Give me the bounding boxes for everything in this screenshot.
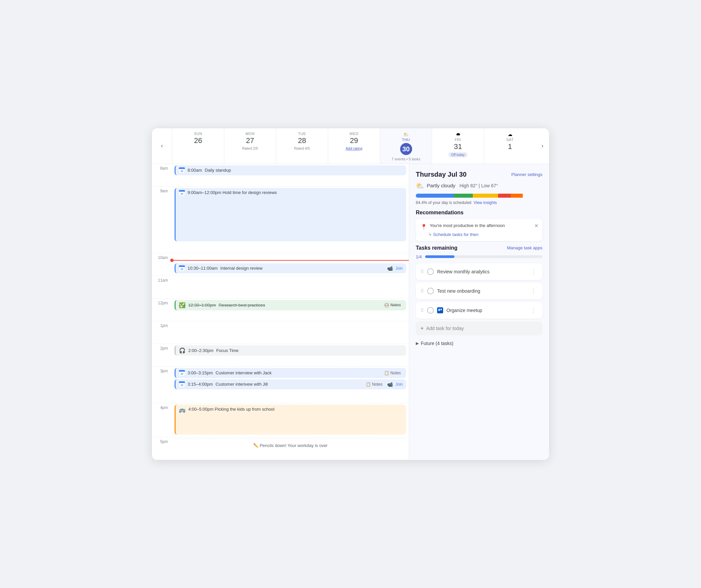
svg-rect-6 (179, 191, 185, 192)
svg-text:30: 30 (181, 268, 183, 270)
current-time-line (172, 260, 409, 261)
jill-notes-button[interactable]: 📋 Notes (364, 381, 385, 387)
idr-join-button[interactable]: Join (396, 266, 403, 271)
notes-icon-jill: 📋 (366, 382, 371, 387)
calendar-pane: 8am 30 8:00am Daily standup (152, 164, 409, 460)
future-tasks-label: Future (4 tasks) (421, 341, 453, 346)
day-number-sat: 1 (508, 143, 512, 150)
jack-notes-label: Notes (391, 371, 401, 375)
view-insights-link[interactable]: View insights (473, 200, 497, 205)
event-rbp-title: Research best practices (219, 303, 265, 308)
event-research-best-practices[interactable]: ✅ 12:30–1:00pm Research best practices 📋… (175, 300, 406, 310)
event-jill-actions: 📋 Notes 📹 Join (364, 381, 403, 387)
gcal-icon-design-reviews: 30 (179, 190, 185, 196)
add-task-row[interactable]: + Add task for today (416, 321, 542, 335)
task-checkbox-1[interactable] (427, 268, 434, 275)
prev-week-button[interactable]: ‹ (152, 128, 172, 164)
task-test-onboarding[interactable]: ⠿ Test new onboarding ⋮ (416, 283, 542, 299)
event-daily-standup[interactable]: 30 8:00am Daily standup (175, 165, 406, 175)
next-week-button[interactable]: › (536, 128, 549, 164)
weather-temp: High 82° | Low 67° (459, 183, 498, 188)
drag-handle-2[interactable]: ⠿ (421, 288, 424, 294)
planner-settings-link[interactable]: Planner settings (511, 172, 542, 177)
pencil-icon: ✏️ (253, 443, 259, 448)
add-task-plus-icon: + (421, 325, 424, 331)
drag-handle-3[interactable]: ⠿ (421, 308, 424, 313)
svg-text:30: 30 (181, 373, 183, 375)
day-tue[interactable]: TUE 28 Rated 4/5 (276, 128, 328, 164)
task-organize-meetup[interactable]: ⠿ Organize meetup ⋮ (416, 302, 542, 319)
event-jack-time: 3:00–3:15pm (188, 370, 213, 375)
day-number-thu: 30 (400, 143, 412, 155)
day-meta-thu: 7 events • 5 tasks (392, 157, 420, 161)
jack-notes-button[interactable]: 📋 Notes (382, 370, 403, 376)
event-internal-design-review[interactable]: 30 10:30–11:00am Internal design review … (175, 263, 406, 273)
time-row-4pm: 4pm 🚌 4:00–5:00pm Picking the kids up fr… (152, 403, 409, 437)
time-row-2pm: 2pm 🎧 2:00–2:30pm Focus Time (152, 344, 409, 367)
rec-action[interactable]: ↳ Schedule tasks for then (421, 232, 538, 237)
day-fri[interactable]: 🌧 FRI 31 Off today (432, 128, 484, 164)
event-school-time: 4:00–5:00pm (188, 407, 214, 412)
time-row-12pm: 12pm ✅ 12:30–1:00pm Research best practi… (152, 299, 409, 321)
day-name-sat: SAT (506, 138, 513, 142)
task-more-2[interactable]: ⋮ (529, 287, 538, 295)
day-meta-tue: Rated 4/5 (294, 146, 310, 150)
day-number-sun: 26 (194, 137, 202, 144)
manage-task-apps-link[interactable]: Manage task apps (507, 245, 542, 250)
future-tasks-row[interactable]: ▶ Future (4 tasks) (416, 341, 542, 346)
time-content-4pm: 🚌 4:00–5:00pm Picking the kids up from s… (172, 403, 409, 437)
event-standup-time: 8:00am (188, 168, 202, 173)
rec-action-arrow: ↳ (429, 232, 432, 237)
event-school-title: Picking the kids up from school (215, 407, 274, 412)
time-label-1pm: 1pm (152, 321, 172, 344)
tasks-header: Tasks remaining Manage task apps (416, 245, 542, 251)
jill-join-button[interactable]: Join (396, 382, 403, 387)
time-label-9am: 9am (152, 187, 172, 253)
task-more-3[interactable]: ⋮ (529, 307, 538, 314)
trello-logo (438, 308, 442, 312)
fri-weather-icon: 🌧 (456, 132, 460, 137)
event-jack-title: Customer interview with Jack (216, 370, 271, 375)
event-focus-time[interactable]: 🎧 2:00–2:30pm Focus Time (175, 345, 406, 356)
time-row-8am: 8am 30 8:00am Daily standup (152, 164, 409, 187)
day-name-wed: WED (349, 132, 359, 136)
task-name-2: Test new onboarding (437, 288, 526, 294)
check-icon: ✅ (179, 302, 186, 308)
day-badge-fri: Off today (448, 152, 467, 157)
event-idr-time: 10:30–11:00am (188, 266, 218, 271)
week-header: ‹ SUN 26 MON 27 Rated 2/5 TUE 28 Rated 4… (152, 128, 549, 164)
time-label-12pm: 12pm (152, 299, 172, 321)
task-checkbox-3[interactable] (427, 307, 434, 314)
task-review-analytics[interactable]: ⠿ Review monthly analytics ⋮ (416, 263, 542, 280)
time-content-5pm: ✏️ Pencils down! Your workday is over (172, 437, 409, 460)
time-label-11am: 11am (152, 276, 172, 298)
thu-weather-icon: ⛅ (403, 132, 409, 137)
event-interview-jack[interactable]: 30 3:00–3:15pm Customer interview with J… (175, 368, 406, 378)
schedule-tasks-link[interactable]: Schedule tasks for then (433, 232, 478, 237)
event-design-reviews[interactable]: 30 9:00am–12:00pm Hold time for design r… (175, 188, 406, 241)
event-interview-jill[interactable]: 30 3:15–4:00pm Customer interivew with J… (175, 379, 406, 389)
time-label-5pm: 5pm (152, 437, 172, 460)
rec-close-button[interactable]: ✕ (534, 223, 538, 228)
event-standup-title: Daily standup (205, 168, 231, 173)
svg-rect-14 (179, 371, 185, 372)
rbp-notes-label: Notes (391, 303, 401, 307)
rbp-notes-button[interactable]: 📋 Notes (382, 302, 403, 308)
day-wed[interactable]: WED 29 Add rating (328, 128, 380, 164)
task-name-3: Organize meetup (446, 308, 526, 313)
event-school-pickup[interactable]: 🚌 4:00–5:00pm Picking the kids up from s… (175, 405, 406, 435)
day-thu[interactable]: ⛅ THU 30 7 events • 5 tasks (380, 128, 432, 164)
svg-rect-2 (179, 168, 185, 169)
drag-handle-1[interactable]: ⠿ (421, 269, 424, 274)
task-checkbox-2[interactable] (427, 288, 434, 294)
video-icon: 📹 (387, 266, 393, 271)
task-more-1[interactable]: ⋮ (529, 268, 538, 275)
rec-text: You're most productive in the afternoon (430, 223, 538, 228)
day-mon[interactable]: MON 27 Rated 2/5 (224, 128, 276, 164)
day-meta-wed[interactable]: Add rating (345, 146, 362, 150)
day-sat[interactable]: ☁ SAT 1 (484, 128, 536, 164)
recommendations-title: Recommendations (416, 210, 542, 216)
day-number-fri: 31 (454, 143, 462, 150)
time-content-9am: 30 9:00am–12:00pm Hold time for design r… (172, 187, 409, 253)
weather-description: Partly cloudy (427, 183, 455, 188)
